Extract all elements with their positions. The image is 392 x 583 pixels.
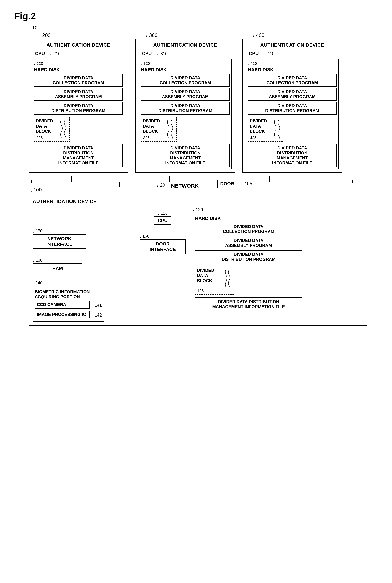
hd-400-title: HARD DISK [248, 67, 336, 72]
block-300: DIVIDEDDATABLOCK 325 [141, 117, 176, 142]
auth-device-100-title: AUTHENTICATION DEVICE [32, 199, 363, 204]
auth-device-400-title: AUTHENTICATION DEVICE [246, 42, 339, 48]
door-interface-box: DOORINTERFACE [140, 239, 186, 254]
figure-title: Fig.2 [14, 11, 378, 21]
prog-400-3: DIVIDED DATADISTRIBUTION PROGRAM [248, 102, 336, 114]
block-200: DIVIDEDDATABLOCK 225 [34, 117, 70, 142]
cpu-300-box: CPU [139, 50, 155, 57]
biometric-box: BIOMETRIC INFORMATION ACQUIRING PORTION … [32, 287, 104, 322]
auth-device-200-title: AUTHENTICATION DEVICE [32, 42, 125, 48]
door-box: DOOR [218, 180, 237, 188]
hd-300-ref: 320 [144, 61, 150, 66]
prog-100-3: DIVIDED DATADISTRIBUTION PROGRAM [195, 250, 302, 263]
cpu-200-ref: 210 [54, 51, 60, 56]
mgmt-100: DIVIDED DATA DISTRIBUTIONMANAGEMENT INFO… [195, 297, 302, 311]
ref-10: 10 [32, 25, 38, 30]
hd-200-ref: 220 [36, 61, 43, 66]
image-box: IMAGE PROCESSING IC [35, 311, 90, 318]
auth-device-300: AUTHENTICATION DEVICE CPU ⌞ 310 ⌞ 320 HA… [136, 39, 235, 173]
prog-300-3: DIVIDED DATADISTRIBUTION PROGRAM [141, 102, 230, 114]
ram-ref-label: 130 [36, 258, 42, 263]
block-400: DIVIDEDDATABLOCK 425 [248, 117, 284, 142]
device400-ref: 400 [256, 32, 264, 38]
image-ref: 142 [94, 313, 102, 318]
biometric-title: BIOMETRIC INFORMATION ACQUIRING PORTION [35, 289, 102, 299]
mgmt-200: DIVIDED DATADISTRIBUTIONMANAGEMENTINFORM… [34, 144, 123, 167]
biometric-ref-label: 140 [36, 280, 42, 285]
prog-400-2: DIVIDED DATAASSEMBLY PROGRAM [248, 88, 336, 101]
prog-200-3: DIVIDED DATADISTRIBUTION PROGRAM [34, 102, 123, 114]
mgmt-400: DIVIDED DATADISTRIBUTIONMANAGEMENTINFORM… [248, 144, 336, 167]
cpu-100-ref: 110 [160, 211, 168, 216]
door-ref: 105 [244, 181, 252, 186]
prog-100-1: DIVIDED DATACOLLECTION PROGRAM [195, 223, 302, 235]
hd-400-ref: 420 [250, 61, 257, 66]
ram-box: RAM [32, 263, 82, 273]
cpu-400-ref: 410 [267, 51, 274, 56]
di-ref: 160 [142, 234, 150, 239]
cpu-200-box: CPU [32, 50, 48, 57]
prog-400-1: DIVIDED DATACOLLECTION PROGRAM [248, 74, 336, 87]
ni-ref: 150 [36, 229, 42, 233]
auth-device-300-title: AUTHENTICATION DEVICE [139, 42, 232, 48]
prog-100-2: DIVIDED DATAASSEMBLY PROGRAM [195, 237, 302, 249]
ccd-ref: 141 [94, 303, 102, 308]
prog-200-2: DIVIDED DATAASSEMBLY PROGRAM [34, 88, 123, 101]
mgmt-300: DIVIDED DATADISTRIBUTIONMANAGEMENTINFORM… [141, 144, 230, 167]
cpu-100-box: CPU [154, 216, 172, 225]
auth-device-400: AUTHENTICATION DEVICE CPU ⌞ 410 ⌞ 420 HA… [242, 39, 342, 173]
device100-ref: 100 [33, 187, 42, 193]
cpu-300-ref: 310 [160, 51, 168, 56]
auth-device-100: AUTHENTICATION DEVICE ⌞ 150 NETWORKINTER… [28, 194, 367, 326]
ccd-box: CCD CAMERA [35, 301, 90, 309]
prog-300-2: DIVIDED DATAASSEMBLY PROGRAM [141, 88, 230, 101]
auth-device-200: AUTHENTICATION DEVICE CPU ⌞ 210 ⌞ 220 HA… [28, 39, 128, 173]
hd-200-title: HARD DISK [34, 67, 123, 72]
prog-300-1: DIVIDED DATACOLLECTION PROGRAM [141, 74, 230, 87]
hd-100-ref: 120 [196, 207, 203, 212]
hd-300-title: HARD DISK [141, 67, 230, 72]
hd-100-title: HARD DISK [195, 216, 351, 221]
device200-ref: 200 [42, 32, 50, 38]
cpu-400-box: CPU [246, 50, 262, 57]
prog-200-1: DIVIDED DATACOLLECTION PROGRAM [34, 74, 123, 87]
device300-ref: 300 [149, 32, 158, 38]
network-interface-box: NETWORKINTERFACE [32, 234, 86, 249]
block-100: DIVIDEDDATABLOCK 125 [195, 266, 234, 295]
